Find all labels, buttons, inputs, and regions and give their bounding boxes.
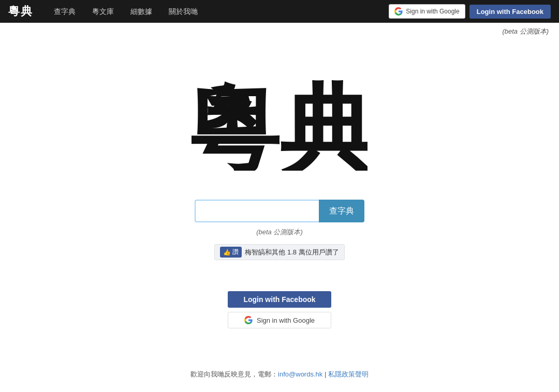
search-area: 查字典	[195, 200, 364, 222]
google-signin-label: Sign in with Google	[406, 8, 459, 15]
main-content: 粵典 查字典 (beta 公測版本) 👍 讚 梅智皜和其他 1.8 萬位用戶讚了…	[0, 36, 559, 359]
google-signin-center-button[interactable]: Sign in with Google	[228, 312, 331, 328]
nav-about[interactable]: 關於我哋	[160, 0, 206, 23]
like-widget[interactable]: 👍 讚 梅智皜和其他 1.8 萬位用戶讚了	[214, 244, 344, 260]
beta-notice-center: (beta 公測版本)	[256, 228, 303, 237]
search-button[interactable]: 查字典	[319, 200, 364, 222]
navbar: 粵典 查字典 粵文庫 細數據 關於我哋 Sign in with Google …	[0, 0, 559, 23]
like-text: 梅智皜和其他 1.8 萬位用戶讚了	[245, 248, 339, 257]
thumb-label: 讚	[232, 248, 239, 257]
svg-text:粵典: 粵典	[192, 78, 367, 171]
nav-logo[interactable]: 粵典	[8, 4, 33, 19]
main-logo: 粵典	[192, 67, 367, 184]
footer-text: 歡迎向我哋反映意見，電郵：	[190, 370, 278, 378]
google-icon	[394, 7, 403, 16]
like-thumb: 👍 讚	[220, 247, 242, 258]
nav-links: 查字典 粵文庫 細數據 關於我哋	[46, 0, 389, 23]
google-signin-button[interactable]: Sign in with Google	[389, 4, 465, 19]
nav-actions: Sign in with Google Login with Facebook	[389, 4, 551, 19]
google-center-label: Sign in with Google	[257, 316, 315, 324]
logo-svg: 粵典	[192, 67, 367, 171]
nav-corpus[interactable]: 粵文庫	[84, 0, 122, 23]
facebook-login-button[interactable]: Login with Facebook	[469, 5, 551, 19]
footer-email[interactable]: info@words.hk	[278, 370, 322, 378]
google-center-icon	[244, 316, 253, 324]
footer: 歡迎向我哋反映意見，電郵：info@words.hk | 私隱政策聲明	[0, 359, 559, 389]
beta-notice-top: (beta 公測版本)	[0, 23, 559, 36]
nav-dictionary[interactable]: 查字典	[46, 0, 84, 23]
nav-data[interactable]: 細數據	[122, 0, 160, 23]
facebook-login-center-button[interactable]: Login with Facebook	[228, 291, 331, 308]
center-auth-area: Login with Facebook Sign in with Google	[228, 291, 331, 328]
footer-separator: |	[322, 370, 328, 378]
thumb-icon: 👍	[223, 249, 231, 256]
search-input[interactable]	[195, 200, 319, 222]
footer-privacy-link[interactable]: 私隱政策聲明	[328, 370, 369, 378]
